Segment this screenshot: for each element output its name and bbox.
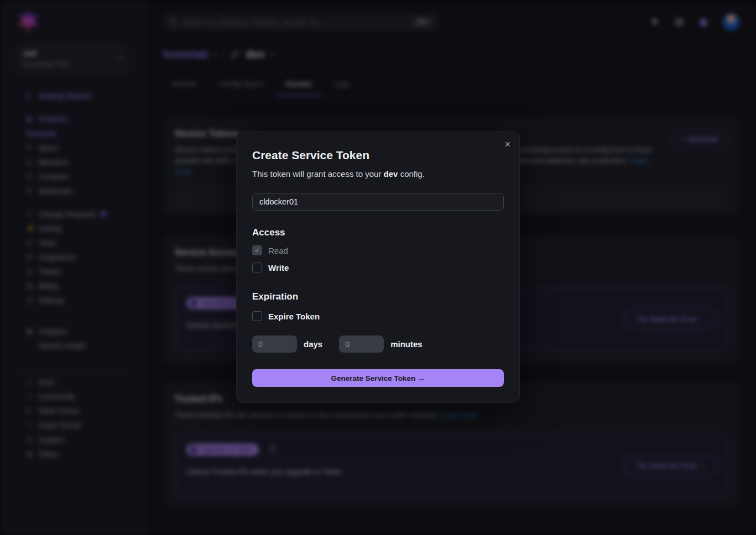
modal-subtitle: This token will grant access to your dev…	[252, 169, 504, 179]
days-label: days	[304, 339, 322, 349]
write-label: Write	[268, 263, 289, 272]
write-checkbox[interactable]	[252, 263, 262, 272]
subtitle-config-name: dev	[384, 169, 398, 179]
expire-token-label: Expire Token	[268, 312, 320, 321]
modal-title: Create Service Token	[252, 149, 504, 162]
read-checkbox: ✓	[252, 245, 262, 255]
expire-token-row: Expire Token	[252, 311, 504, 321]
expire-token-checkbox[interactable]	[252, 311, 262, 321]
days-input[interactable]	[252, 335, 297, 353]
subtitle-text: config.	[398, 169, 424, 179]
create-service-token-modal: × Create Service Token This token will g…	[236, 132, 520, 403]
subtitle-text: This token will grant access to your	[252, 169, 384, 179]
token-name-input[interactable]	[252, 193, 504, 211]
expiration-inputs-row: days minutes	[252, 335, 504, 353]
minutes-label: minutes	[390, 339, 423, 349]
expiration-heading: Expiration	[252, 291, 504, 302]
read-label: Read	[268, 246, 288, 255]
read-access-row: ✓ Read	[252, 245, 504, 255]
write-access-row: Write	[252, 263, 504, 272]
minutes-input[interactable]	[339, 335, 384, 353]
generate-service-token-button[interactable]: Generate Service Token →	[252, 369, 504, 387]
close-icon[interactable]: ×	[504, 139, 510, 150]
access-heading: Access	[252, 227, 504, 238]
